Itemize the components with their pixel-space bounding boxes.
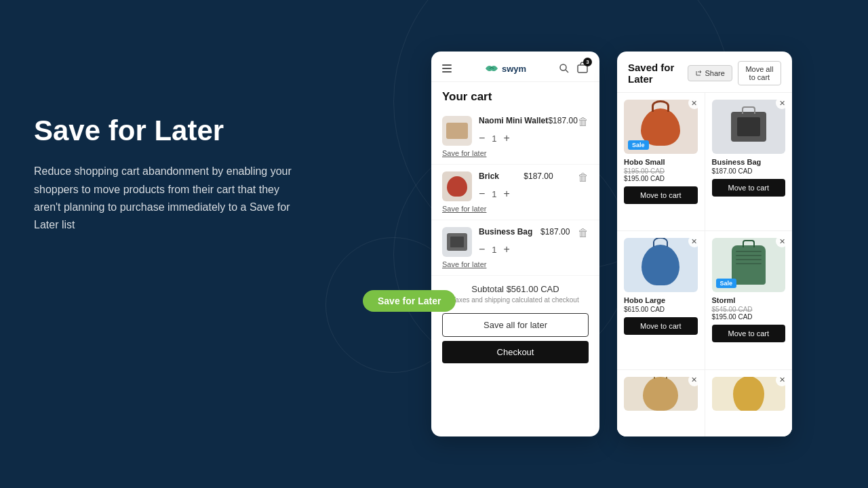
main-description: Reduce shopping cart abandonment by enab… [34,163,292,235]
sfl-card-price: $195.00 CAD [624,175,698,182]
cart-item-name: Business Bag [479,227,532,237]
cart-panel: swym 3 Your cart Naom [431,52,599,436]
cart-item: Brick $187.00 🗑 − 1 + Save for later [431,165,599,220]
sfl-remove-button[interactable]: ✕ [776,235,788,247]
hamburger-icon[interactable] [442,64,452,73]
sfl-pill-button[interactable]: Save for Later [363,290,456,312]
left-section: Save for Later Reduce shopping cart aban… [34,115,292,235]
sfl-link[interactable]: Save for later [442,205,589,213]
cart-navbar: swym 3 [431,52,599,82]
qty-increase[interactable]: + [504,188,510,200]
qty-value: 1 [492,134,496,144]
sfl-card: ✕ Business Bag $187.00 CAD Move to cart [705,93,793,230]
sfl-remove-button[interactable]: ✕ [688,235,701,247]
sfl-link[interactable]: Save for later [442,149,589,157]
cart-item-name: Brick [479,171,499,181]
cart-item-info: Business Bag $187.00 🗑 − 1 + [479,227,589,256]
cart-item-price: $187.00 [540,227,570,237]
sfl-card-image [712,377,786,411]
subtotal-label: Subtotal [471,284,504,294]
business-bag-shape [731,112,766,142]
sale-badge: Sale [716,279,737,288]
qty-decrease[interactable]: − [479,188,485,200]
cart-item-delete[interactable]: 🗑 [578,227,589,239]
cart-item-qty: − 1 + [479,188,589,200]
cart-item-price: $187.00 [524,171,553,181]
sfl-card-name: Hobo Small [624,158,698,166]
sfl-card-image: Sale [712,238,786,292]
gold-bag-shape [733,377,764,411]
qty-decrease[interactable]: − [479,132,485,144]
sfl-card-name: Storml [712,296,786,304]
svg-point-0 [560,64,566,70]
sfl-remove-button[interactable]: ✕ [688,374,701,386]
share-button[interactable]: Share [688,65,732,81]
move-to-cart-button[interactable]: Move to cart [712,325,786,342]
subtotal-text: Subtotal $561.00 CAD [442,284,589,294]
swym-logo-text: swym [502,64,526,74]
cart-item-qty: − 1 + [479,132,589,144]
sfl-card-name: Business Bag [712,158,786,166]
cart-bag-icon-wrapper[interactable]: 3 [576,61,589,76]
swym-bird-icon [484,63,499,74]
qty-increase[interactable]: + [504,243,510,256]
sfl-grid: ✕ Sale Hobo Small $195.00 CAD $195.00 CA… [617,93,792,436]
qty-value: 1 [492,245,496,255]
cart-item-info: Naomi Mini Wallet $187.00 🗑 − 1 + [479,116,589,144]
sfl-remove-button[interactable]: ✕ [776,374,788,386]
hobo-large-bag-shape [642,245,679,285]
sfl-title: Saved for Later [628,62,688,85]
move-to-cart-button[interactable]: Move to cart [624,186,698,204]
wallet-shape [446,123,468,139]
search-icon[interactable] [559,63,570,74]
sfl-card-image [624,238,698,292]
subtotal-note: Taxes and shipping calculated at checkou… [442,296,589,304]
cart-item-info: Brick $187.00 🗑 − 1 + [479,171,589,200]
checkout-button[interactable]: Checkout [442,341,589,363]
cart-item-image [442,227,472,257]
move-to-cart-button[interactable]: Move to cart [624,317,698,335]
sfl-card-price: $615.00 CAD [624,306,698,313]
main-title: Save for Later [34,115,292,146]
sfl-card: ✕ Sale Hobo Small $195.00 CAD $195.00 CA… [617,93,705,230]
cart-item-delete[interactable]: 🗑 [578,116,589,128]
sfl-card-price: $187.00 CAD [712,167,786,175]
sfl-card: ✕ Hobo Large $615.00 CAD Move to cart [617,231,705,369]
sfl-card-orig-price: $195.00 CAD [624,167,698,175]
sfl-remove-button[interactable]: ✕ [776,97,788,109]
qty-decrease[interactable]: − [479,243,485,256]
tan-bag-shape [643,377,678,411]
sale-badge: Sale [628,140,649,150]
cart-item-delete[interactable]: 🗑 [578,171,589,184]
sfl-card: ✕ Sale Storml $545.00 CAD $195.00 CAD Mo… [705,231,793,369]
sfl-remove-button[interactable]: ✕ [688,97,701,109]
saved-for-later-panel: Saved for Later Share Move all to cart ✕… [617,52,792,436]
sfl-card-price: $195.00 CAD [712,313,786,321]
sfl-link[interactable]: Save for later [442,260,589,268]
business-bag-shape [447,233,467,251]
cart-item-image [442,171,472,201]
cart-item-qty: − 1 + [479,243,589,256]
cart-badge: 3 [583,58,592,66]
storml-lines [736,251,762,264]
subtotal-value: $561.00 CAD [507,284,559,294]
brick-shape [447,176,467,197]
cart-item-name: Naomi Mini Wallet [479,116,548,125]
sfl-card: ✕ [617,370,705,436]
sfl-card-image [712,100,786,154]
cart-item: Business Bag $187.00 🗑 − 1 + Save for la… [431,220,599,276]
sfl-card-image: Sale [624,100,698,154]
move-to-cart-button[interactable]: Move to cart [712,179,786,197]
sfl-header: Saved for Later Share Move all to cart [617,52,792,93]
sfl-card-name: Hobo Large [624,296,698,304]
business-screen [737,117,760,136]
cart-nav-icons: 3 [559,61,589,76]
sfl-card-image [624,377,698,411]
save-all-button[interactable]: Save all for later [442,313,589,337]
cart-logo: swym [484,63,526,74]
sfl-card-orig-price: $545.00 CAD [712,306,786,313]
move-all-button[interactable]: Move all to cart [738,61,781,85]
qty-value: 1 [492,189,496,199]
qty-increase[interactable]: + [504,132,510,144]
cart-item-image [442,116,472,146]
